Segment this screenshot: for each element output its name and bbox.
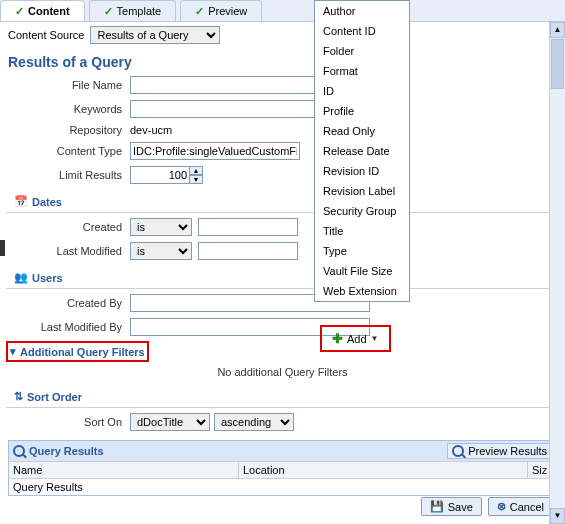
sort-icon: ⇅ [14, 390, 23, 403]
sort-on-label: Sort On [8, 416, 130, 428]
add-filter-button[interactable]: ✚Add▼ [320, 325, 391, 352]
dropdown-item[interactable]: Web Extension [315, 281, 409, 301]
calendar-icon: 📅 [14, 195, 28, 208]
tab-preview[interactable]: ✓Preview [180, 0, 262, 21]
limit-results-input[interactable] [130, 166, 190, 184]
filters-header-highlight: ▾Additional Query Filters [6, 341, 149, 362]
save-label: Save [448, 501, 473, 513]
add-filter-dropdown: AuthorContent IDFolderFormatIDProfileRea… [314, 0, 410, 302]
sort-header: ⇅Sort Order [6, 386, 559, 408]
query-results-panel: Query Results Preview Results Name Locat… [8, 440, 557, 496]
users-icon: 👥 [14, 271, 28, 284]
dropdown-item[interactable]: Release Date [315, 141, 409, 161]
dropdown-item[interactable]: Format [315, 61, 409, 81]
repository-label: Repository [8, 124, 130, 136]
dropdown-item[interactable]: ID [315, 81, 409, 101]
tab-content-label: Content [28, 5, 70, 17]
dropdown-item[interactable]: Revision ID [315, 161, 409, 181]
preview-results-label: Preview Results [468, 445, 547, 457]
tab-bar: ✓Content ✓Template ✓Preview [0, 0, 565, 22]
content-type-input[interactable] [130, 142, 300, 160]
sort-dir-select[interactable]: ascending [214, 413, 294, 431]
created-op[interactable]: is [130, 218, 192, 236]
dropdown-item[interactable]: Author [315, 1, 409, 21]
created-by-label: Created By [8, 297, 130, 309]
cancel-button[interactable]: ⊗Cancel [488, 497, 553, 516]
modified-op[interactable]: is [130, 242, 192, 260]
dropdown-item[interactable]: Read Only [315, 121, 409, 141]
modified-by-label: Last Modified By [8, 321, 130, 333]
vertical-scrollbar[interactable]: ▲ ▼ [549, 22, 565, 524]
created-label: Created [8, 221, 130, 233]
dropdown-item[interactable]: Content ID [315, 21, 409, 41]
content-source-select[interactable]: Results of a Query [90, 26, 220, 44]
chevron-down-icon: ▼ [371, 334, 379, 343]
search-icon [452, 445, 464, 457]
dates-header: 📅Dates [6, 191, 559, 213]
scroll-down[interactable]: ▼ [550, 508, 565, 524]
no-filters-text: No additional Query Filters [0, 362, 565, 382]
dropdown-item[interactable]: Profile [315, 101, 409, 121]
check-icon: ✓ [104, 5, 113, 18]
tab-content[interactable]: ✓Content [0, 0, 85, 21]
results-header: Query Results [29, 445, 104, 457]
funnel-icon: ▾ [10, 345, 16, 358]
cancel-icon: ⊗ [497, 500, 506, 513]
disk-icon: 💾 [430, 500, 444, 513]
keywords-label: Keywords [8, 103, 130, 115]
tab-preview-label: Preview [208, 5, 247, 17]
add-label: Add [347, 333, 367, 345]
filters-header: Additional Query Filters [20, 346, 145, 358]
dropdown-item[interactable]: Security Group [315, 201, 409, 221]
check-icon: ✓ [195, 5, 204, 18]
scroll-thumb[interactable] [551, 39, 564, 89]
modified-value[interactable] [198, 242, 298, 260]
save-button[interactable]: 💾Save [421, 497, 482, 516]
tab-template-label: Template [117, 5, 162, 17]
spin-down[interactable]: ▼ [189, 175, 203, 184]
check-icon: ✓ [15, 5, 24, 18]
preview-results-button[interactable]: Preview Results [447, 443, 552, 459]
cancel-label: Cancel [510, 501, 544, 513]
content-source-label: Content Source [8, 29, 84, 41]
modified-label: Last Modified [8, 245, 130, 257]
file-name-label: File Name [8, 79, 130, 91]
repository-value: dev-ucm [130, 124, 172, 136]
dropdown-item[interactable]: Folder [315, 41, 409, 61]
spin-up[interactable]: ▲ [189, 166, 203, 175]
plus-icon: ✚ [332, 331, 343, 346]
content-type-label: Content Type [8, 145, 130, 157]
col-name[interactable]: Name [9, 462, 239, 478]
limit-results-label: Limit Results [8, 169, 130, 181]
col-location[interactable]: Location [239, 462, 528, 478]
users-header: 👥Users [6, 267, 559, 289]
dropdown-item[interactable]: Revision Label [315, 181, 409, 201]
search-icon [13, 445, 25, 457]
tab-template[interactable]: ✓Template [89, 0, 177, 21]
left-collapse-handle[interactable] [0, 240, 5, 256]
results-body: Query Results [9, 479, 556, 495]
dropdown-item[interactable]: Type [315, 241, 409, 261]
scroll-up[interactable]: ▲ [550, 22, 565, 38]
dropdown-item[interactable]: Vault File Size [315, 261, 409, 281]
sort-field-select[interactable]: dDocTitle [130, 413, 210, 431]
section-title: Results of a Query [0, 48, 565, 73]
dropdown-item[interactable]: Title [315, 221, 409, 241]
created-value[interactable] [198, 218, 298, 236]
